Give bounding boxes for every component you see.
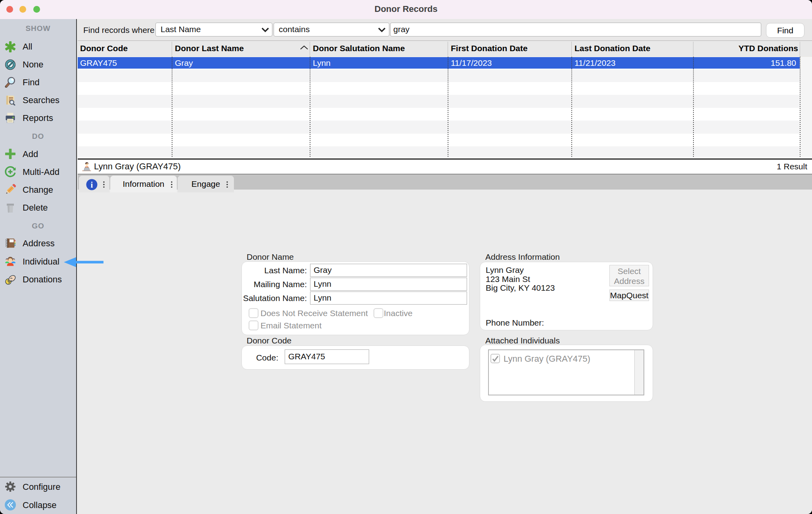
svg-text:i: i — [91, 180, 93, 190]
